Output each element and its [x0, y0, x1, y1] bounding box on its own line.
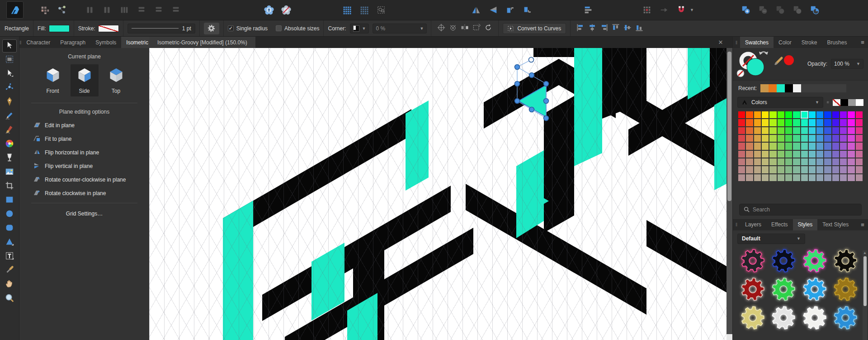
- corner-type-select[interactable]: ▼: [350, 24, 369, 34]
- stroke-width-field[interactable]: 1 pt: [127, 24, 195, 34]
- style-item[interactable]: [799, 306, 830, 332]
- color-swatch[interactable]: [840, 119, 847, 126]
- color-swatch[interactable]: [762, 158, 769, 165]
- color-swatch[interactable]: [778, 174, 784, 181]
- color-swatch[interactable]: [832, 135, 839, 142]
- panel-menu-icon[interactable]: ≡: [857, 37, 868, 48]
- align-left-button[interactable]: [575, 23, 586, 34]
- tab-styles[interactable]: Styles: [793, 219, 818, 230]
- color-swatch[interactable]: [769, 151, 776, 158]
- color-swatch[interactable]: [769, 143, 776, 149]
- color-swatch[interactable]: [824, 158, 831, 165]
- stroke-width-slider[interactable]: [132, 28, 179, 29]
- align-bottom-button[interactable]: [633, 23, 645, 34]
- color-swatch[interactable]: [848, 158, 854, 165]
- color-swatch[interactable]: [840, 174, 847, 181]
- color-swatch[interactable]: [738, 135, 745, 142]
- color-swatch[interactable]: [769, 158, 776, 165]
- view-tool[interactable]: [2, 278, 17, 291]
- color-swatch[interactable]: [816, 151, 823, 158]
- color-swatch[interactable]: [824, 111, 831, 118]
- selection-overlay[interactable]: [149, 48, 726, 340]
- special-swatch[interactable]: [840, 99, 848, 106]
- color-swatch[interactable]: [793, 166, 800, 173]
- color-swatch[interactable]: [754, 166, 761, 173]
- rotate-counter-clockwise-button[interactable]: [503, 2, 518, 18]
- special-swatch[interactable]: [848, 99, 856, 106]
- opacity-select[interactable]: 100 % ▼: [831, 59, 863, 69]
- color-swatch[interactable]: [840, 166, 847, 173]
- color-swatch[interactable]: [816, 119, 823, 126]
- color-swatch[interactable]: [793, 127, 800, 134]
- canvas-scrollbar-thumb[interactable]: [727, 52, 731, 201]
- none-swatch[interactable]: [833, 99, 840, 106]
- color-swatch[interactable]: [769, 166, 776, 173]
- tab-layers[interactable]: Layers: [740, 219, 766, 230]
- snap-center-button[interactable]: [435, 23, 447, 34]
- color-swatch[interactable]: [746, 166, 753, 173]
- place-image-tool[interactable]: [2, 166, 17, 179]
- tab-character[interactable]: Character: [22, 37, 56, 48]
- tab-text-styles[interactable]: Text Styles: [817, 219, 854, 230]
- tab-paragraph[interactable]: Paragraph: [55, 37, 90, 48]
- snapping-grid-button[interactable]: [639, 2, 655, 18]
- color-swatch[interactable]: [856, 119, 863, 126]
- color-swatch[interactable]: [754, 111, 761, 118]
- color-swatch[interactable]: [785, 143, 792, 149]
- color-swatch[interactable]: [769, 111, 776, 118]
- color-swatch[interactable]: [816, 143, 823, 149]
- tab-stroke[interactable]: Stroke: [797, 37, 822, 48]
- canvas-scrollbar[interactable]: [726, 48, 732, 340]
- color-swatch[interactable]: [816, 166, 823, 173]
- color-swatch[interactable]: [738, 166, 745, 173]
- color-swatch[interactable]: [809, 151, 816, 158]
- scroll-up-icon[interactable]: ▲: [863, 250, 867, 256]
- tab-brushes[interactable]: Brushes: [822, 37, 852, 48]
- color-swatch[interactable]: [793, 111, 800, 118]
- vector-crop-tool[interactable]: [2, 180, 17, 193]
- color-swatch[interactable]: [848, 111, 854, 118]
- point-transform-tool[interactable]: [2, 81, 17, 95]
- tab-symbols[interactable]: Symbols: [90, 37, 121, 48]
- node-tool[interactable]: [2, 67, 17, 81]
- color-swatch[interactable]: [778, 119, 784, 126]
- alignment-button[interactable]: [580, 2, 596, 18]
- color-swatch[interactable]: [809, 127, 816, 134]
- style-item[interactable]: [768, 306, 799, 332]
- color-swatch[interactable]: [848, 127, 854, 134]
- color-swatch[interactable]: [785, 127, 792, 134]
- color-swatch[interactable]: [816, 135, 823, 142]
- color-swatch[interactable]: [848, 151, 854, 158]
- color-swatch[interactable]: [801, 111, 808, 118]
- color-swatch[interactable]: [840, 127, 847, 134]
- color-swatch[interactable]: [856, 174, 863, 181]
- close-tab-icon[interactable]: ✕: [715, 37, 726, 48]
- corner-percent-select[interactable]: 0 % ▼: [373, 24, 427, 34]
- color-swatch[interactable]: [801, 127, 808, 134]
- plane-option-front[interactable]: Front: [39, 64, 67, 96]
- flip-vertical-button[interactable]: [486, 2, 501, 18]
- color-swatch[interactable]: [762, 119, 769, 126]
- color-swatch[interactable]: [824, 151, 831, 158]
- color-swatch[interactable]: [801, 158, 808, 165]
- color-swatch[interactable]: [769, 127, 776, 134]
- color-swatch[interactable]: [816, 127, 823, 134]
- color-swatch[interactable]: [754, 127, 761, 134]
- styles-scrollbar-thumb[interactable]: [863, 256, 867, 306]
- color-swatch[interactable]: [848, 143, 854, 149]
- color-swatch[interactable]: [793, 119, 800, 126]
- special-swatch[interactable]: [856, 99, 863, 106]
- color-swatch[interactable]: [762, 135, 769, 142]
- color-swatch[interactable]: [832, 143, 839, 149]
- color-swatch[interactable]: [809, 158, 816, 165]
- color-wells[interactable]: [733, 48, 801, 81]
- color-swatch[interactable]: [840, 151, 847, 158]
- pressure-off-button[interactable]: [278, 2, 294, 18]
- fill-tool[interactable]: [2, 138, 17, 151]
- document-tab[interactable]: Isometric-Groovy [Modified] (150.0%): [149, 37, 255, 48]
- recent-swatch[interactable]: [785, 84, 793, 92]
- plane-action-flip-vertical-in-plane[interactable]: Flip vertical in plane: [19, 159, 149, 173]
- style-item-gold-black[interactable]: [830, 249, 861, 275]
- style-item[interactable]: [737, 306, 768, 332]
- snap-to-pixels-button[interactable]: [356, 2, 372, 18]
